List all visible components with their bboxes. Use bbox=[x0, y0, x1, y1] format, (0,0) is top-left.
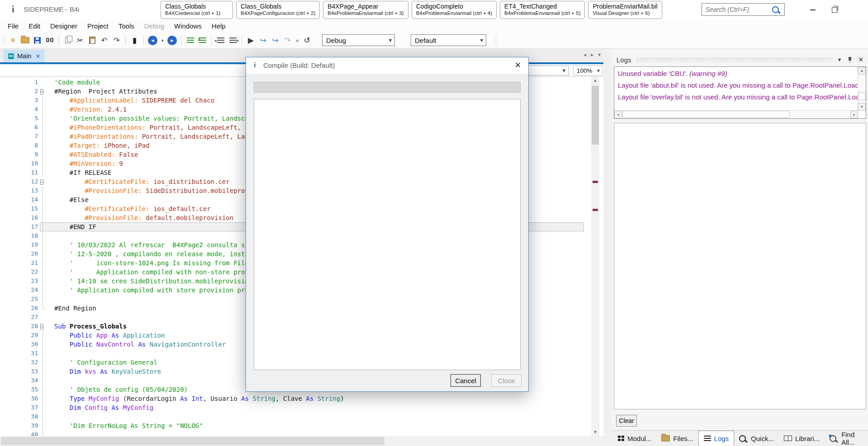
pause-icon[interactable]: ■ bbox=[294, 34, 300, 46]
close-panel-icon[interactable]: ✕ bbox=[858, 56, 863, 63]
cancel-button[interactable]: Cancel bbox=[451, 374, 481, 387]
code-line-36[interactable]: 36 Type MyConfig (RecordarLogin As Int, … bbox=[0, 394, 591, 403]
log-vertical-scrollbar[interactable]: ▲ ▼ bbox=[858, 67, 866, 111]
undo-icon[interactable]: ↶ bbox=[99, 34, 110, 46]
doc-tab-3[interactable]: B4XPage_AppearB4xProblemaEnviarmail (ctr… bbox=[323, 1, 408, 19]
outdent-icon[interactable] bbox=[215, 34, 226, 46]
scroll-down-icon[interactable]: ▼ bbox=[591, 428, 599, 436]
run-icon[interactable]: ▶ bbox=[245, 34, 256, 46]
menu-item-edit[interactable]: Edit bbox=[24, 22, 45, 30]
open-project-icon[interactable] bbox=[19, 34, 31, 46]
doc-tab-5[interactable]: ET4_TextChangedB4xProblemaEnviarmail (ct… bbox=[500, 1, 585, 19]
debug-mode-select[interactable]: Debug ▼ bbox=[322, 34, 395, 46]
paste-icon[interactable] bbox=[86, 34, 98, 46]
comment-lines-icon bbox=[199, 38, 206, 43]
fold-box-marker[interactable]: − bbox=[40, 177, 47, 186]
close-dialog-icon[interactable]: ✕ bbox=[515, 61, 521, 70]
step-over-icon[interactable]: ↪ bbox=[270, 34, 281, 46]
collapse-region-icon[interactable]: − bbox=[40, 179, 43, 185]
indent-icon[interactable] bbox=[227, 34, 238, 46]
log-entry[interactable]: Unused variable 'CBU'. (warning #9) bbox=[618, 68, 858, 80]
cut-icon[interactable]: ✂ bbox=[74, 34, 85, 46]
panel-drag-texture bbox=[636, 57, 833, 62]
scroll-left-icon[interactable]: ◂ bbox=[614, 111, 622, 118]
window-maximize-button[interactable] bbox=[824, 0, 845, 20]
panel-splitter[interactable] bbox=[603, 49, 612, 446]
restart-icon[interactable]: ↺ bbox=[301, 34, 313, 46]
build-configuration-select[interactable]: Default ▼ bbox=[411, 34, 486, 46]
scroll-down-icon[interactable]: ▼ bbox=[858, 103, 866, 111]
navigate-back-icon[interactable]: ◂ bbox=[147, 34, 158, 46]
navigate-forward-icon[interactable]: ▸ bbox=[166, 34, 178, 46]
copy-icon[interactable] bbox=[62, 34, 73, 46]
back-history-dropdown-icon[interactable]: ▾ bbox=[159, 34, 166, 46]
panel-menu-chevron-icon[interactable]: ▼ bbox=[837, 57, 842, 62]
search-box[interactable] bbox=[702, 3, 785, 16]
log-horizontal-scrollbar[interactable]: ◂ ▸ bbox=[614, 110, 858, 118]
bottom-tab-quick[interactable]: Quick... bbox=[734, 431, 779, 446]
new-module-icon[interactable]: ✳ bbox=[7, 34, 19, 46]
code-text bbox=[47, 313, 54, 322]
doc-tab-2[interactable]: Class_GlobalsB4XPageConfiguracion (ctrl … bbox=[236, 1, 320, 19]
vertical-scroll-thumb[interactable] bbox=[592, 86, 599, 145]
window-close-button[interactable] bbox=[845, 0, 867, 20]
menu-item-windows[interactable]: Windows bbox=[169, 22, 207, 30]
horizontal-scroll-thumb[interactable] bbox=[622, 111, 790, 118]
fold-line-marker bbox=[40, 168, 47, 177]
menu-item-help[interactable]: Help bbox=[207, 22, 231, 30]
step-into-icon[interactable]: ↪ bbox=[257, 34, 269, 46]
scroll-tabs-right-icon[interactable]: ▸ bbox=[591, 52, 593, 58]
format-lines-icon[interactable] bbox=[185, 34, 196, 46]
code-line-37[interactable]: 37 Dim Config As MyConfig bbox=[0, 403, 591, 412]
bottom-tab-modul[interactable]: Modul... bbox=[613, 431, 656, 446]
save-icon[interactable] bbox=[32, 34, 43, 46]
pin-panel-icon[interactable] bbox=[848, 56, 852, 63]
log-output-box[interactable]: Unused variable 'CBU'. (warning #9)Layou… bbox=[614, 66, 866, 119]
menu-item-tools[interactable]: Tools bbox=[114, 22, 139, 30]
tab-list-dropdown-icon[interactable]: ▾ bbox=[598, 52, 601, 58]
editor-zoom-select[interactable]: 100% ▼ bbox=[573, 66, 602, 75]
comment-lines-icon[interactable] bbox=[197, 34, 208, 46]
scroll-right-icon[interactable]: ▸ bbox=[850, 111, 858, 118]
doc-tab-6[interactable]: ProblemaEnviarMail.bilVisual Designer (c… bbox=[588, 1, 662, 19]
fold-box-marker[interactable]: − bbox=[40, 322, 47, 331]
menu-item-debug[interactable]: Debug bbox=[139, 22, 169, 30]
scroll-up-icon[interactable]: ▲ bbox=[858, 67, 866, 75]
menu-item-project[interactable]: Project bbox=[82, 22, 114, 30]
secondary-log-box[interactable] bbox=[614, 123, 866, 409]
compile-dialog-titlebar[interactable]: i Compile (Build: Default) ✕ bbox=[246, 57, 528, 74]
clear-logs-button[interactable]: Clear bbox=[616, 415, 637, 427]
editor-horizontal-scrollbar[interactable] bbox=[0, 436, 603, 446]
code-line-40[interactable]: 40 bbox=[0, 430, 591, 436]
bottom-tab-logs[interactable]: Logs bbox=[698, 431, 735, 446]
bookmark-icon[interactable]: ▮ bbox=[129, 34, 140, 46]
bottom-tab-findall[interactable]: Find All... bbox=[825, 431, 868, 446]
horizontal-scroll-thumb[interactable] bbox=[1, 437, 384, 445]
scroll-tabs-left-icon[interactable]: ◂ bbox=[583, 52, 586, 58]
window-minimize-button[interactable] bbox=[802, 0, 824, 20]
fold-box-marker[interactable]: − bbox=[40, 87, 47, 96]
code-line-39[interactable]: 39 'Dim ErrorNoLog As String = "NOLOG" bbox=[0, 421, 591, 430]
doc-tab-1[interactable]: Class_GlobalsB4XCredencial (ctrl + 1) bbox=[161, 1, 233, 19]
editor-vertical-scrollbar[interactable]: ▲ ▼ bbox=[591, 77, 599, 436]
log-entry[interactable]: Layout file 'about.bil' is not used. Are… bbox=[618, 80, 858, 91]
code-line-38[interactable]: 38 bbox=[0, 412, 591, 421]
editor-tab-main[interactable]: Main ✕ bbox=[4, 50, 45, 62]
bottom-tab-librari[interactable]: Librari... bbox=[779, 431, 825, 446]
fold-line-marker bbox=[40, 403, 47, 412]
menu-item-file[interactable]: File bbox=[3, 22, 24, 30]
step-out-icon[interactable]: ↷ bbox=[282, 34, 293, 46]
menu-item-designer[interactable]: Designer bbox=[45, 22, 82, 30]
search-input[interactable] bbox=[702, 6, 772, 13]
doc-tab-4[interactable]: CodigoCompletoB4xProblemaEnviarmail (ctr… bbox=[412, 1, 497, 19]
collapse-region-icon[interactable]: − bbox=[40, 89, 43, 94]
bottom-tab-files[interactable]: Files... bbox=[656, 431, 698, 446]
compile-output-list[interactable] bbox=[254, 99, 521, 370]
close-tab-icon[interactable]: ✕ bbox=[35, 53, 40, 60]
find-icon[interactable] bbox=[44, 34, 55, 46]
scroll-up-icon[interactable]: ▲ bbox=[591, 77, 599, 85]
collapse-region-icon[interactable]: − bbox=[40, 324, 43, 329]
redo-icon[interactable]: ↷ bbox=[111, 34, 122, 46]
vertical-scroll-thumb[interactable] bbox=[858, 92, 866, 100]
log-entry[interactable]: Layout file 'overlay.bil' is not used. A… bbox=[618, 91, 858, 103]
